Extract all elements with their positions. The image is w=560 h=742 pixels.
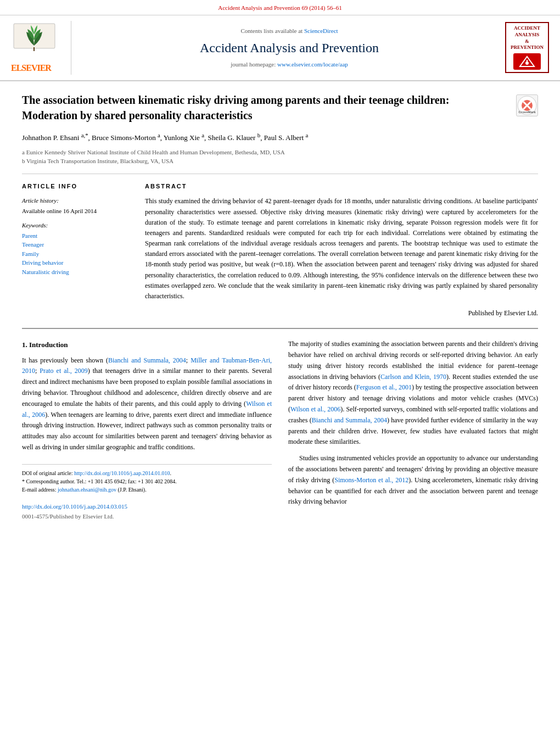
body-left: 1. Introduction It has previously been s… — [22, 339, 272, 521]
abstract-text: This study examined the driving behavior… — [145, 196, 538, 302]
affiliation-a: a Eunice Kennedy Shriver National Instit… — [22, 148, 538, 157]
journal-citation: Accident Analysis and Prevention 69 (201… — [218, 4, 341, 11]
article-title-block: The association between kinematic risky … — [22, 92, 538, 123]
section1-title: 1. Introduction — [22, 339, 272, 350]
sciencedirect-anchor[interactable]: ScienceDirect — [304, 27, 338, 34]
authors: Johnathon P. Ehsani a,*, Bruce Simons-Mo… — [22, 131, 538, 143]
affiliation-b: b Virginia Tech Transportation Institute… — [22, 157, 538, 166]
journal-header: ELSEVIER Contents lists available at Sci… — [0, 15, 560, 82]
ref-carlson-1970[interactable]: Carlson and Klein, 1970 — [380, 373, 446, 381]
info-abstract-columns: ARTICLE INFO Article history: Available … — [22, 182, 538, 318]
journal-logo-box: ACCIDENTANALYSIS&PREVENTION — [505, 22, 549, 73]
ref-wilson-2006b[interactable]: Wilson et al., 2006 — [290, 405, 340, 413]
affiliations: a Eunice Kennedy Shriver National Instit… — [22, 148, 538, 166]
keyword-driving-behavior[interactable]: Driving behavior — [22, 258, 132, 267]
ref-bianchi-2004b[interactable]: Bianchi and Summala, 2004 — [312, 416, 387, 424]
ref-ferguson-2001[interactable]: Ferguson et al., 2001 — [356, 383, 412, 391]
article-info-heading: ARTICLE INFO — [22, 182, 132, 191]
body-columns: 1. Introduction It has previously been s… — [22, 339, 538, 521]
abstract-column: ABSTRACT This study examined the driving… — [145, 182, 538, 318]
sciencedirect-link: Contents lists available at ScienceDirec… — [79, 26, 500, 36]
divider-2 — [22, 328, 538, 329]
content-area: The association between kinematic risky … — [0, 81, 560, 532]
body-right-para-1: The majority of studies examining the as… — [288, 339, 538, 448]
authors-text: Johnathon P. Ehsani a,*, Bruce Simons-Mo… — [22, 133, 308, 142]
published-by: Published by Elsevier Ltd. — [145, 308, 538, 318]
crossmark-logo: CrossMark — [516, 94, 538, 116]
keywords-list: Parent Teenager Family Driving behavior … — [22, 231, 132, 277]
article-title-text: The association between kinematic risky … — [22, 92, 507, 123]
article-info-column: ARTICLE INFO Article history: Available … — [22, 182, 132, 318]
elsevier-wordmark: ELSEVIER — [11, 62, 63, 75]
footnote-doi: DOI of original article: http://dx.doi.o… — [22, 469, 272, 477]
footnotes: DOI of original article: http://dx.doi.o… — [22, 464, 272, 494]
divider-1 — [22, 174, 538, 174]
elsevier-logo: ELSEVIER — [11, 21, 71, 75]
history-label: Article history: — [22, 196, 132, 205]
doi-original-link[interactable]: http://dx.doi.org/10.1016/j.aap.2014.01.… — [74, 470, 170, 476]
journal-logo-right: ACCIDENTANALYSIS&PREVENTION — [505, 22, 549, 73]
svg-text:CrossMark: CrossMark — [518, 110, 536, 114]
keywords-label: Keywords: — [22, 221, 132, 230]
elsevier-logo-icon — [11, 21, 58, 57]
ref-wilson-2006[interactable]: Wilson et al., 2006 — [22, 400, 272, 419]
crossmark-icon: CrossMark — [516, 94, 538, 116]
footer-links: http://dx.doi.org/10.1016/j.aap.2014.03.… — [22, 501, 272, 511]
body-left-para-1: It has previously been shown (Bianchi an… — [22, 355, 272, 453]
ref-simons-morton-2012[interactable]: Simons-Morton et al., 2012 — [334, 476, 408, 484]
doi-footer-link[interactable]: http://dx.doi.org/10.1016/j.aap.2014.03.… — [22, 503, 127, 510]
ref-prato-2009[interactable]: Prato et al., 2009 — [40, 367, 87, 375]
keyword-parent[interactable]: Parent — [22, 231, 132, 241]
email-link[interactable]: johnathan.ehsani@nih.gov — [58, 487, 116, 493]
homepage-link: journal homepage: www.elsevier.com/locat… — [79, 60, 500, 69]
homepage-anchor[interactable]: www.elsevier.com/locate/aap — [277, 61, 348, 68]
keyword-naturalistic-driving[interactable]: Naturalistic driving — [22, 267, 132, 277]
body-right-para-2: Studies using instrumented vehicles prov… — [288, 453, 538, 507]
available-date: Available online 16 April 2014 — [22, 207, 132, 216]
abstract-heading: ABSTRACT — [145, 182, 538, 191]
keyword-teenager[interactable]: Teenager — [22, 240, 132, 249]
top-bar: Accident Analysis and Prevention 69 (201… — [0, 0, 560, 15]
journal-title: Accident Analysis and Prevention — [79, 38, 500, 58]
footnote-email: E-mail address: johnathan.ehsani@nih.gov… — [22, 486, 272, 494]
keyword-family[interactable]: Family — [22, 249, 132, 259]
footnote-corresponding: * Corresponding author. Tel.: +1 301 435… — [22, 477, 272, 486]
footer-issn: 0001-4575/Published by Elsevier Ltd. — [22, 511, 272, 521]
body-right: The majority of studies examining the as… — [288, 339, 538, 521]
journal-center: Contents lists available at ScienceDirec… — [79, 26, 500, 69]
ref-bianchi-2004[interactable]: Bianchi and Summala, 2004 — [108, 356, 186, 364]
